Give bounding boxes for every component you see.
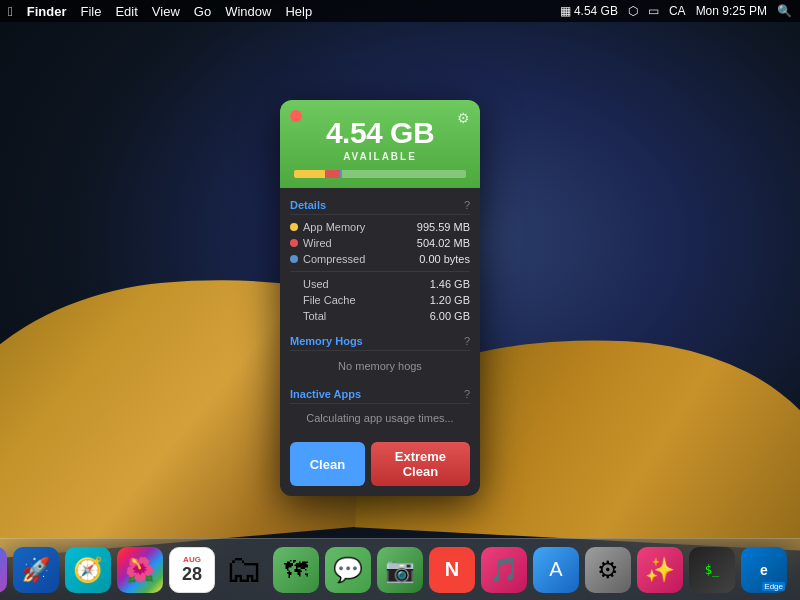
calculating-text: Calculating app usage times...	[290, 408, 470, 428]
memory-status[interactable]: ▦ 4.54 GB	[560, 4, 618, 18]
dock-icon-maps[interactable]: 🗺	[273, 547, 319, 593]
cleanmaster-icon: ✨	[645, 556, 675, 584]
edge-icon: e	[760, 562, 768, 578]
memory-status-value: 4.54 GB	[574, 4, 618, 18]
close-button[interactable]	[290, 110, 302, 122]
dot-compressed	[290, 255, 298, 263]
inactive-apps-help[interactable]: ?	[464, 388, 470, 400]
inactive-apps-title: Inactive Apps	[290, 388, 361, 400]
menu-window[interactable]: Window	[225, 4, 271, 19]
value-compressed: 0.00 bytes	[419, 253, 470, 265]
detail-row-app-memory: App Memory 995.59 MB	[290, 219, 470, 235]
memory-status-icon: ▦	[560, 4, 571, 18]
dock-icon-edge[interactable]: e Edge	[741, 547, 787, 593]
menubar-icon-2[interactable]: ▭	[648, 4, 659, 18]
menu-finder[interactable]: Finder	[27, 4, 67, 19]
safari-icon: 🧭	[73, 556, 103, 584]
dock-icon-terminal[interactable]: $_	[689, 547, 735, 593]
widget-body: Details ? App Memory 995.59 MB Wired 504…	[280, 188, 480, 434]
dock-icon-photos[interactable]: 🌺	[117, 547, 163, 593]
maps-icon: 🗺	[284, 556, 308, 584]
dot-wired	[290, 239, 298, 247]
label-app-memory: App Memory	[303, 221, 365, 233]
detail-left-file-cache: File Cache	[290, 294, 356, 306]
gear-icon[interactable]: ⚙	[457, 110, 470, 126]
photos-icon: 🌺	[125, 556, 155, 584]
dock-icon-cleanmaster[interactable]: ✨	[637, 547, 683, 593]
apple-menu[interactable]: 	[8, 4, 13, 19]
menubar-icon-1[interactable]: ⬡	[628, 4, 638, 18]
inactive-apps-section-header: Inactive Apps ?	[290, 383, 470, 404]
detail-left-app-memory: App Memory	[290, 221, 365, 233]
calendar-month: AUG	[183, 555, 201, 564]
search-icon[interactable]: 🔍	[777, 4, 792, 18]
dock-icon-siri[interactable]: 🔵	[0, 547, 7, 593]
menubar:  Finder File Edit View Go Window Help ▦…	[0, 0, 800, 22]
available-memory-label: AVAILABLE	[294, 151, 466, 162]
memory-hogs-help[interactable]: ?	[464, 335, 470, 347]
menubar-right: ▦ 4.54 GB ⬡ ▭ CA Mon 9:25 PM 🔍	[560, 4, 792, 18]
widget-buttons: Clean Extreme Clean	[280, 434, 480, 496]
detail-left-total: Total	[290, 310, 326, 322]
label-file-cache: File Cache	[290, 294, 356, 306]
dock-icon-facetime[interactable]: 📷	[377, 547, 423, 593]
launchpad-icon: 🚀	[21, 556, 51, 584]
locale-indicator[interactable]: CA	[669, 4, 686, 18]
dock-icon-launchpad[interactable]: 🚀	[13, 547, 59, 593]
detail-row-total: Total 6.00 GB	[290, 308, 470, 324]
bar-used	[294, 170, 325, 178]
menu-view[interactable]: View	[152, 4, 180, 19]
no-hogs-text: No memory hogs	[290, 355, 470, 377]
dock-icon-appstore[interactable]: A	[533, 547, 579, 593]
datetime-display: Mon 9:25 PM	[696, 4, 767, 18]
dock-icon-news[interactable]: N	[429, 547, 475, 593]
dot-app-memory	[290, 223, 298, 231]
dock-icon-system-prefs[interactable]: ⚙	[585, 547, 631, 593]
edge-badge: Edge	[762, 582, 785, 591]
dock: 🔵 🚀 🧭 🌺 AUG 28 🗂 🗺 💬 📷 N 🎵 A ⚙ ✨ $_ e	[0, 538, 800, 600]
bar-wired	[325, 170, 340, 178]
label-total: Total	[290, 310, 326, 322]
memory-widget: ⚙ 4.54 GB AVAILABLE Details ? App Memory…	[280, 100, 480, 496]
memory-hogs-section-header: Memory Hogs ?	[290, 330, 470, 351]
detail-left-compressed: Compressed	[290, 253, 365, 265]
prefs-icon: ⚙	[597, 556, 619, 584]
divider-1	[290, 271, 470, 272]
value-used: 1.46 GB	[430, 278, 470, 290]
label-compressed: Compressed	[303, 253, 365, 265]
bar-free	[342, 170, 466, 178]
memory-hogs-title: Memory Hogs	[290, 335, 363, 347]
menu-go[interactable]: Go	[194, 4, 211, 19]
value-wired: 504.02 MB	[417, 237, 470, 249]
dock-icon-music[interactable]: 🎵	[481, 547, 527, 593]
messages-icon: 💬	[333, 556, 363, 584]
widget-header: ⚙ 4.54 GB AVAILABLE	[280, 100, 480, 188]
finder-icon: 🗂	[225, 548, 263, 591]
menu-file[interactable]: File	[80, 4, 101, 19]
detail-row-compressed: Compressed 0.00 bytes	[290, 251, 470, 267]
menu-edit[interactable]: Edit	[115, 4, 137, 19]
news-icon: N	[445, 558, 459, 581]
value-file-cache: 1.20 GB	[430, 294, 470, 306]
label-used: Used	[290, 278, 329, 290]
dock-icon-finder[interactable]: 🗂	[221, 547, 267, 593]
dock-icon-safari[interactable]: 🧭	[65, 547, 111, 593]
dock-icon-calendar[interactable]: AUG 28	[169, 547, 215, 593]
available-memory-value: 4.54 GB	[294, 116, 466, 150]
details-help[interactable]: ?	[464, 199, 470, 211]
details-section-header: Details ?	[290, 194, 470, 215]
menu-help[interactable]: Help	[285, 4, 312, 19]
dock-icon-trash[interactable]: 🗑	[793, 547, 800, 593]
label-wired: Wired	[303, 237, 332, 249]
extreme-clean-button[interactable]: Extreme Clean	[371, 442, 470, 486]
memory-bar	[294, 170, 466, 178]
calendar-date: 28	[182, 564, 202, 585]
detail-row-file-cache: File Cache 1.20 GB	[290, 292, 470, 308]
music-icon: 🎵	[489, 556, 519, 584]
details-title: Details	[290, 199, 326, 211]
dock-icon-messages[interactable]: 💬	[325, 547, 371, 593]
appstore-icon: A	[549, 558, 562, 581]
detail-left-used: Used	[290, 278, 329, 290]
clean-button[interactable]: Clean	[290, 442, 365, 486]
value-total: 6.00 GB	[430, 310, 470, 322]
